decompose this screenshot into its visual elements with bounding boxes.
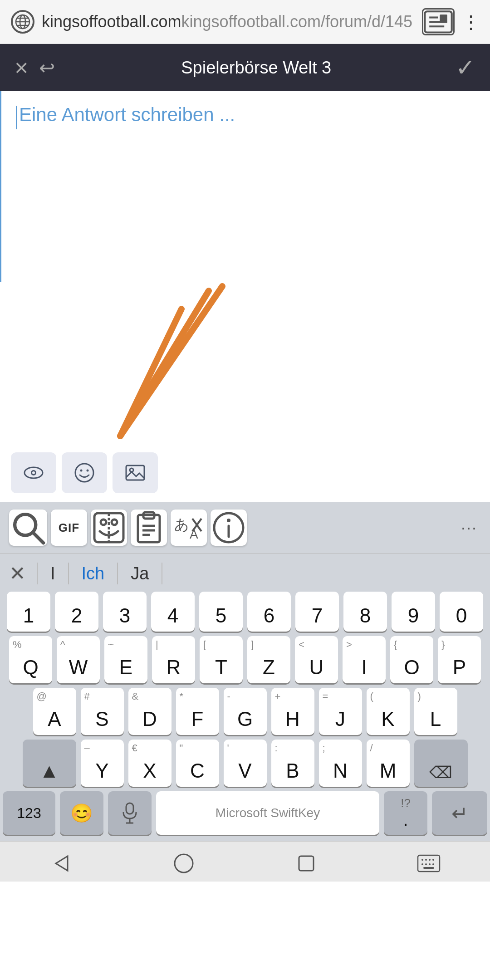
keyboard-toolbar: GIF あ A ··· <box>0 502 490 554</box>
svg-rect-9 <box>440 14 447 21</box>
key-7[interactable]: 7 <box>295 592 339 632</box>
reply-header: × ↩ Spielerbörse Welt 3 ✓ <box>0 44 490 91</box>
dismiss-suggestions-button[interactable]: ✕ <box>9 564 26 583</box>
suggestion-1[interactable]: I <box>38 564 68 583</box>
text-cursor <box>16 106 17 129</box>
key-v[interactable]: 'V <box>224 740 267 787</box>
svg-rect-19 <box>126 466 144 480</box>
key-b[interactable]: :B <box>271 740 314 787</box>
reply-title: Spielerbörse Welt 3 <box>68 58 445 78</box>
key-j[interactable]: =J <box>319 688 362 735</box>
key-p[interactable]: }P <box>438 636 481 683</box>
svg-point-18 <box>87 470 89 472</box>
translate-button[interactable]: あ A <box>171 510 207 546</box>
key-k[interactable]: (K <box>367 688 410 735</box>
key-y[interactable]: –Y <box>81 740 124 787</box>
key-t[interactable]: [T <box>200 636 243 683</box>
function-row: 123 😊 Microsoft SwiftKey !? . ↵ <box>3 791 487 835</box>
spacebar-label: Microsoft SwiftKey <box>216 806 320 820</box>
emoji-button[interactable] <box>62 452 107 493</box>
emoji-keyboard-button[interactable]: 😊 <box>60 791 103 835</box>
more-options-icon[interactable]: ⋮ <box>462 11 479 32</box>
key-q[interactable]: %Q <box>9 636 52 683</box>
divider-right <box>162 563 162 584</box>
reader-mode-icon[interactable] <box>422 8 455 35</box>
key-5[interactable]: 5 <box>199 592 243 632</box>
info-button[interactable] <box>211 510 247 546</box>
key-0[interactable]: 0 <box>440 592 483 632</box>
row-qwertz: %Q ^W ~E |R [T ]Z <U >I {O }P <box>3 636 487 683</box>
editor-toolbar <box>0 445 490 502</box>
spacebar-button[interactable]: Microsoft SwiftKey <box>156 791 379 835</box>
gif-button[interactable]: GIF <box>51 510 87 546</box>
key-3[interactable]: 3 <box>103 592 147 632</box>
nav-back-button[interactable] <box>34 850 88 877</box>
key-i[interactable]: >I <box>343 636 386 683</box>
address-bar[interactable]: kingsoffootball.comkingsoffootball.com/f… <box>42 12 415 31</box>
enter-label: ↵ <box>451 802 468 825</box>
key-d[interactable]: &D <box>128 688 172 735</box>
suggestion-3[interactable]: Ja <box>118 564 162 583</box>
numbers-switch-button[interactable]: 123 <box>3 791 55 835</box>
confirm-button[interactable]: ✓ <box>456 54 475 81</box>
close-button[interactable]: × <box>15 56 28 79</box>
enter-button[interactable]: ↵ <box>432 791 487 835</box>
numbers-label: 123 <box>17 805 41 822</box>
key-6[interactable]: 6 <box>247 592 291 632</box>
svg-point-41 <box>175 854 193 872</box>
key-s[interactable]: #S <box>81 688 124 735</box>
key-g[interactable]: -G <box>224 688 267 735</box>
image-button[interactable] <box>113 452 158 493</box>
key-8[interactable]: 8 <box>343 592 387 632</box>
svg-line-11 <box>120 309 181 436</box>
key-c[interactable]: "C <box>176 740 219 787</box>
nav-recent-button[interactable] <box>279 850 333 877</box>
svg-line-22 <box>33 533 44 543</box>
suggestion-2[interactable]: Ich <box>69 564 118 583</box>
navigation-bar <box>0 841 490 882</box>
more-tools-button[interactable]: ··· <box>461 518 481 537</box>
svg-rect-37 <box>126 803 133 814</box>
gif-label: GIF <box>59 521 79 535</box>
shift-button[interactable]: ▲ <box>23 740 76 787</box>
key-e[interactable]: ~E <box>104 636 147 683</box>
key-1[interactable]: 1 <box>7 592 50 632</box>
svg-rect-43 <box>418 855 440 872</box>
svg-marker-40 <box>56 856 68 871</box>
period-button[interactable]: !? . <box>384 791 427 835</box>
reply-textarea[interactable]: Eine Antwort schreiben ... <box>0 91 490 282</box>
key-n[interactable]: ;N <box>319 740 362 787</box>
row-yxcvbnm: ▲ –Y €X "C 'V :B ;N /M ⌫ <box>3 740 487 787</box>
key-m[interactable]: /M <box>367 740 410 787</box>
key-h[interactable]: +H <box>271 688 314 735</box>
key-x[interactable]: €X <box>128 740 172 787</box>
key-4[interactable]: 4 <box>151 592 195 632</box>
key-z[interactable]: ]Z <box>247 636 290 683</box>
svg-point-36 <box>227 519 230 522</box>
search-keyboard-button[interactable] <box>9 510 47 546</box>
sticker-button[interactable] <box>91 510 127 546</box>
preview-button[interactable] <box>11 452 56 493</box>
mic-button[interactable] <box>108 791 152 835</box>
key-o[interactable]: {O <box>390 636 433 683</box>
key-r[interactable]: |R <box>152 636 195 683</box>
browser-bar: kingsoffootball.comkingsoffootball.com/f… <box>0 0 490 44</box>
number-row: 1 2 3 4 5 6 7 8 9 0 <box>3 592 487 632</box>
annotation-overlay <box>0 282 490 445</box>
textarea-placeholder: Eine Antwort schreiben ... <box>19 104 235 126</box>
key-u[interactable]: <U <box>295 636 338 683</box>
key-f[interactable]: *F <box>176 688 219 735</box>
key-l[interactable]: )L <box>414 688 457 735</box>
nav-home-button[interactable] <box>157 850 211 877</box>
key-w[interactable]: ^W <box>57 636 100 683</box>
svg-line-12 <box>120 286 222 436</box>
key-a[interactable]: @A <box>33 688 76 735</box>
nav-keyboard-button[interactable] <box>402 850 456 877</box>
backspace-button[interactable]: ⌫ <box>414 740 468 787</box>
key-2[interactable]: 2 <box>55 592 98 632</box>
clipboard-button[interactable] <box>131 510 167 546</box>
svg-line-10 <box>120 291 209 436</box>
back-arrow-icon: ↩ <box>39 57 55 79</box>
keyboard: 1 2 3 4 5 6 7 8 9 0 %Q ^W ~E |R [T ]Z <U… <box>0 590 490 841</box>
key-9[interactable]: 9 <box>392 592 435 632</box>
